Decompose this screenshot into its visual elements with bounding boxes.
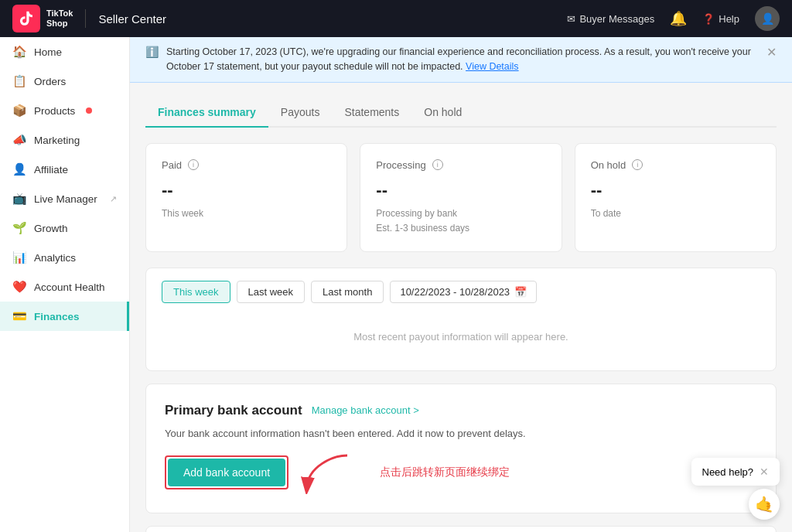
- banner-message: Starting October 17, 2023 (UTC), we're u…: [166, 46, 751, 72]
- on-hold-card: On hold i -- To date: [575, 143, 777, 252]
- help-close-btn[interactable]: ✕: [760, 466, 769, 478]
- sidebar-label-live-manager: Live Manager: [34, 193, 97, 205]
- seller-center-title: Seller Center: [98, 12, 166, 26]
- processing-card-label: Processing i: [376, 159, 545, 171]
- nav-divider: [85, 9, 86, 28]
- question-icon: ❓: [702, 13, 715, 25]
- bank-account-desc: Your bank account information hasn't bee…: [165, 428, 757, 439]
- info-icon: ℹ️: [145, 46, 159, 58]
- info-banner: ℹ️ Starting October 17, 2023 (UTC), we'r…: [130, 37, 792, 83]
- calendar-icon: 📅: [514, 286, 527, 298]
- red-arrow-annotation: [301, 452, 355, 494]
- last-month-filter[interactable]: Last month: [311, 281, 384, 303]
- logo-shop-text: TikTokShop: [46, 9, 73, 29]
- processing-card: Processing i -- Processing by bank Est. …: [360, 143, 562, 252]
- hand-wave-icon: 🤙: [755, 495, 774, 513]
- sidebar-label-finances: Finances: [34, 311, 80, 322]
- sidebar-label-growth: Growth: [34, 223, 68, 234]
- analytics-icon: 📊: [12, 251, 26, 264]
- explore-finance-section: Explore finance rules When will I get pa…: [145, 526, 777, 532]
- sidebar-item-finances[interactable]: 💳 Finances: [0, 302, 129, 331]
- sidebar-item-growth[interactable]: 🌱 Growth: [0, 213, 129, 243]
- orders-icon: 📋: [12, 74, 26, 88]
- date-range-picker[interactable]: 10/22/2023 - 10/28/2023 📅: [390, 281, 537, 303]
- user-avatar[interactable]: 👤: [755, 6, 780, 31]
- bank-account-title: Primary bank account: [165, 403, 302, 418]
- sidebar-label-analytics: Analytics: [34, 252, 76, 264]
- sidebar-label-orders: Orders: [34, 76, 66, 87]
- tiktok-logo-icon: [12, 5, 40, 32]
- tab-payouts-label: Payouts: [281, 106, 320, 118]
- main-content: ℹ️ Starting October 17, 2023 (UTC), we'r…: [130, 37, 792, 532]
- banner-text: Starting October 17, 2023 (UTC), we're u…: [166, 45, 759, 74]
- home-icon: 🏠: [12, 45, 26, 59]
- buyer-messages-btn[interactable]: ✉ Buyer Messages: [567, 13, 654, 25]
- need-help-bubble: Need help? ✕: [691, 458, 780, 486]
- sidebar-item-marketing[interactable]: 📣 Marketing: [0, 125, 129, 155]
- growth-icon: 🌱: [12, 221, 26, 235]
- processing-card-sub: Processing by bank Est. 1-3 business day…: [376, 206, 545, 236]
- sidebar-item-orders[interactable]: 📋 Orders: [0, 66, 129, 96]
- top-navigation: TikTokShop Seller Center ✉ Buyer Message…: [0, 0, 792, 37]
- tab-statements[interactable]: Statements: [332, 98, 411, 126]
- sidebar-label-account-health: Account Health: [34, 281, 105, 293]
- banner-close-btn[interactable]: ✕: [766, 45, 777, 60]
- bank-account-section: Primary bank account Manage bank account…: [145, 384, 777, 513]
- avatar-icon: 👤: [761, 12, 774, 25]
- manage-bank-account-link[interactable]: Manage bank account >: [312, 404, 419, 416]
- view-details-link[interactable]: View Details: [466, 61, 519, 72]
- paid-card-label: Paid i: [162, 159, 331, 171]
- sidebar-item-affiliate[interactable]: 👤 Affiliate: [0, 155, 129, 184]
- on-hold-info-icon[interactable]: i: [632, 159, 643, 170]
- sidebar-item-analytics[interactable]: 📊 Analytics: [0, 243, 129, 272]
- filter-bar: This week Last week Last month 10/22/202…: [145, 268, 777, 371]
- last-week-filter[interactable]: Last week: [237, 281, 306, 303]
- tab-finances-summary-label: Finances summary: [158, 106, 256, 118]
- sidebar-label-marketing: Marketing: [34, 135, 80, 146]
- annotation-text: 点击后跳转新页面继续绑定: [380, 466, 510, 479]
- external-link-icon: ↗: [110, 194, 117, 204]
- help-btn[interactable]: ❓ Help: [702, 13, 739, 25]
- account-health-icon: ❤️: [12, 280, 26, 294]
- this-week-filter[interactable]: This week: [162, 281, 230, 303]
- paid-info-icon[interactable]: i: [188, 159, 199, 170]
- paid-card-value: --: [162, 180, 331, 200]
- tab-on-hold[interactable]: On hold: [411, 98, 474, 126]
- sidebar-item-home[interactable]: 🏠 Home: [0, 37, 129, 66]
- processing-info-icon[interactable]: i: [432, 159, 443, 170]
- on-hold-card-value: --: [591, 180, 760, 200]
- on-hold-card-label: On hold i: [591, 159, 760, 171]
- products-badge: [86, 107, 92, 114]
- products-icon: 📦: [12, 104, 26, 118]
- tab-payouts[interactable]: Payouts: [268, 98, 333, 126]
- tab-finances-summary[interactable]: Finances summary: [145, 98, 268, 126]
- date-range-value: 10/22/2023 - 10/28/2023: [400, 286, 510, 298]
- on-hold-card-sub: To date: [591, 206, 760, 221]
- sidebar-label-home: Home: [34, 46, 62, 58]
- add-bank-account-btn-wrapper: Add bank account: [165, 455, 288, 489]
- notifications-btn[interactable]: 🔔: [670, 10, 687, 27]
- sidebar-label-products: Products: [34, 105, 75, 117]
- live-manager-icon: 📺: [12, 192, 26, 206]
- finances-icon: 💳: [12, 309, 26, 323]
- sidebar-label-affiliate: Affiliate: [34, 164, 68, 176]
- paid-card: Paid i -- This week: [145, 143, 347, 252]
- summary-cards: Paid i -- This week Processing i -- Proc…: [145, 143, 777, 252]
- processing-card-value: --: [376, 180, 545, 200]
- sidebar-item-account-health[interactable]: ❤️ Account Health: [0, 272, 129, 302]
- marketing-icon: 📣: [12, 133, 26, 147]
- finances-tabs: Finances summary Payouts Statements On h…: [145, 98, 777, 128]
- add-bank-account-btn[interactable]: Add bank account: [168, 459, 285, 486]
- help-hand-btn[interactable]: 🤙: [749, 489, 780, 520]
- sidebar-item-live-manager[interactable]: 📺 Live Manager ↗: [0, 184, 129, 213]
- need-help-label: Need help?: [702, 466, 754, 478]
- message-icon: ✉: [567, 13, 575, 25]
- paid-card-sub: This week: [162, 206, 331, 221]
- bell-icon: 🔔: [670, 10, 687, 27]
- tab-on-hold-label: On hold: [424, 106, 462, 118]
- sidebar: 🏠 Home 📋 Orders 📦 Products 📣 Marketing 👤…: [0, 37, 130, 532]
- nav-right-actions: ✉ Buyer Messages 🔔 ❓ Help 👤: [567, 6, 780, 31]
- logo[interactable]: TikTokShop: [12, 5, 73, 32]
- sidebar-item-products[interactable]: 📦 Products: [0, 96, 129, 125]
- empty-payout-message: Most recent payout information will appe…: [162, 315, 760, 358]
